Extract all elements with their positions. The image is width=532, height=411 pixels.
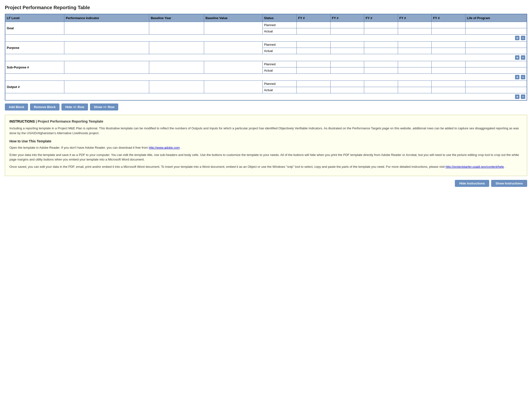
instructions-keyword: INSTRUCTIONS <box>10 120 35 123</box>
output-indicator[interactable] <box>64 81 149 93</box>
output-baseline-value[interactable] <box>204 81 262 93</box>
output-planned-fy2[interactable] <box>330 81 364 87</box>
output-baseline-year[interactable] <box>149 81 204 93</box>
subpurpose-actual-fy3[interactable] <box>364 67 398 74</box>
output-actual-fy4[interactable] <box>398 87 432 93</box>
instructions-pipe: | <box>36 120 38 123</box>
subpurpose-baseline-year[interactable] <box>149 61 204 74</box>
goal-planned-fy1[interactable] <box>296 22 330 28</box>
instructions-para2: Enter your data into the template and sa… <box>10 153 522 162</box>
subpurpose-actual-fy4[interactable] <box>398 67 432 74</box>
subpurpose-actual-fy1[interactable] <box>296 67 330 74</box>
col-header-fy3: FY # <box>364 14 398 22</box>
subpurpose-planned-fy1[interactable] <box>296 61 330 67</box>
goal-plus-minus-row: + − <box>5 35 527 42</box>
show-row-button[interactable]: Show +/- Row <box>90 103 118 111</box>
subpurpose-planned-fy5[interactable] <box>432 61 466 67</box>
subpurpose-planned-label: Planned <box>262 61 296 67</box>
action-buttons: Add Block Remove Block Hide +/- Row Show… <box>5 103 527 111</box>
col-header-status: Status <box>262 14 296 22</box>
subpurpose-planned-fy3[interactable] <box>364 61 398 67</box>
goal-actual-fy3[interactable] <box>364 28 398 35</box>
output-actual-fy2[interactable] <box>330 87 364 93</box>
goal-plus-button[interactable]: + <box>515 36 519 40</box>
output-minus-button[interactable]: − <box>521 94 525 99</box>
adobe-link[interactable]: http://www.adobe.com <box>149 146 180 149</box>
col-header-perf-indicator: Performance Indicator <box>64 14 149 22</box>
output-planned-lop[interactable] <box>465 81 527 87</box>
goal-actual-fy4[interactable] <box>398 28 432 35</box>
projectstarter-link[interactable]: http://projectstarter.usaid.gov/content/… <box>446 165 504 168</box>
goal-planned-fy2[interactable] <box>330 22 364 28</box>
goal-planned-fy4[interactable] <box>398 22 432 28</box>
output-planned-fy4[interactable] <box>398 81 432 87</box>
output-planned-fy3[interactable] <box>364 81 398 87</box>
goal-minus-button[interactable]: − <box>521 36 525 40</box>
output-planned-fy1[interactable] <box>296 81 330 87</box>
table-header-row: LF Level Performance Indicator Baseline … <box>5 14 527 22</box>
subpurpose-planned-fy4[interactable] <box>398 61 432 67</box>
purpose-planned-lop[interactable] <box>465 42 527 48</box>
table-row: Purpose Planned <box>5 42 527 48</box>
instructions-intro: Including a reporting template in a Proj… <box>10 126 522 135</box>
remove-block-button[interactable]: Remove Block <box>30 103 59 111</box>
subpurpose-planned-fy2[interactable] <box>330 61 364 67</box>
purpose-minus-button[interactable]: − <box>521 55 525 60</box>
add-block-button[interactable]: Add Block <box>5 103 28 111</box>
output-plus-button[interactable]: + <box>515 94 519 99</box>
table-row: Output # Planned <box>5 81 527 87</box>
goal-planned-fy3[interactable] <box>364 22 398 28</box>
subpurpose-baseline-value[interactable] <box>204 61 262 74</box>
output-actual-fy3[interactable] <box>364 87 398 93</box>
purpose-planned-fy1[interactable] <box>296 42 330 48</box>
goal-planned-fy5[interactable] <box>432 22 466 28</box>
subpurpose-indicator[interactable] <box>64 61 149 74</box>
output-planned-fy5[interactable] <box>432 81 466 87</box>
purpose-actual-fy4[interactable] <box>398 48 432 54</box>
goal-actual-label: Actual <box>262 28 296 35</box>
goal-actual-fy2[interactable] <box>330 28 364 35</box>
purpose-baseline-value[interactable] <box>204 42 262 54</box>
table-row: Sub-Purpose # Planned <box>5 61 527 67</box>
subpurpose-minus-button[interactable]: − <box>521 75 525 79</box>
purpose-actual-lop[interactable] <box>465 48 527 54</box>
hide-row-button[interactable]: Hide +/- Row <box>61 103 88 111</box>
col-header-life-of-program: Life of Program <box>465 14 527 22</box>
subpurpose-plus-button[interactable]: + <box>515 75 519 79</box>
purpose-planned-fy4[interactable] <box>398 42 432 48</box>
subpurpose-actual-fy2[interactable] <box>330 67 364 74</box>
output-actual-fy1[interactable] <box>296 87 330 93</box>
goal-indicator[interactable] <box>64 22 149 35</box>
hide-instructions-button[interactable]: Hide Instructions <box>455 180 489 187</box>
instructions-box: INSTRUCTIONS | Project Performance Repor… <box>5 115 527 176</box>
purpose-planned-fy5[interactable] <box>432 42 466 48</box>
subpurpose-actual-lop[interactable] <box>465 67 527 74</box>
goal-actual-fy1[interactable] <box>296 28 330 35</box>
para3-before-link: Once saved, you can edit your data in th… <box>10 165 446 168</box>
purpose-actual-fy1[interactable] <box>296 48 330 54</box>
goal-baseline-year[interactable] <box>149 22 204 35</box>
purpose-actual-label: Actual <box>262 48 296 54</box>
output-actual-lop[interactable] <box>465 87 527 93</box>
purpose-actual-fy3[interactable] <box>364 48 398 54</box>
purpose-planned-fy2[interactable] <box>330 42 364 48</box>
goal-planned-lop[interactable] <box>465 22 527 28</box>
purpose-planned-fy3[interactable] <box>364 42 398 48</box>
output-actual-fy5[interactable] <box>432 87 466 93</box>
col-header-lf-level: LF Level <box>5 14 64 22</box>
goal-baseline-value[interactable] <box>204 22 262 35</box>
table-row: Goal Planned <box>5 22 527 28</box>
goal-actual-fy5[interactable] <box>432 28 466 35</box>
subpurpose-planned-lop[interactable] <box>465 61 527 67</box>
output-planned-label: Planned <box>262 81 296 87</box>
purpose-label: Purpose <box>5 42 64 54</box>
purpose-plus-button[interactable]: + <box>515 55 519 60</box>
instructions-title-rest: Project Performance Reporting Template <box>38 120 103 123</box>
purpose-actual-fy5[interactable] <box>432 48 466 54</box>
purpose-indicator[interactable] <box>64 42 149 54</box>
show-instructions-button[interactable]: Show Instructions <box>491 180 527 187</box>
goal-actual-lop[interactable] <box>465 28 527 35</box>
purpose-baseline-year[interactable] <box>149 42 204 54</box>
purpose-actual-fy2[interactable] <box>330 48 364 54</box>
subpurpose-actual-fy5[interactable] <box>432 67 466 74</box>
